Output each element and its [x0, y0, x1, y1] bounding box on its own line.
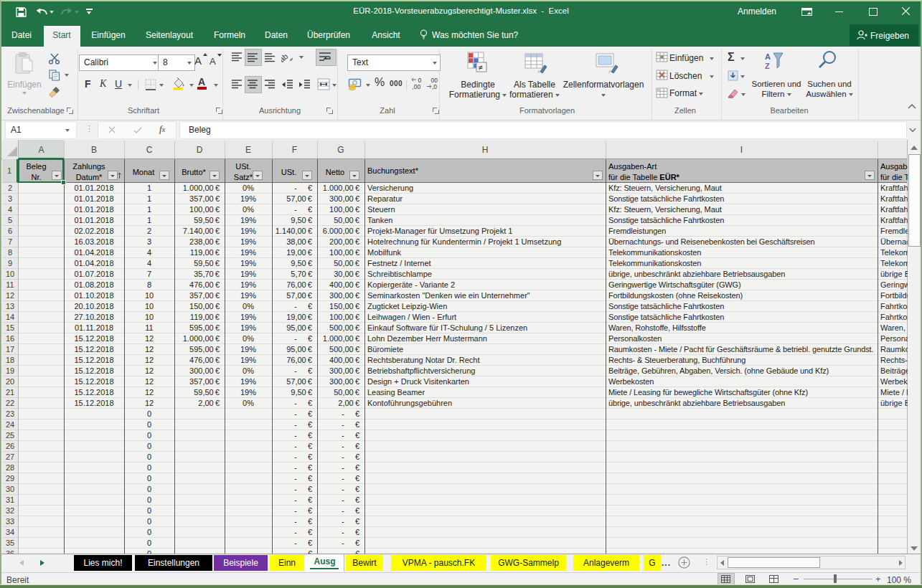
svg-text:A: A [765, 52, 771, 61]
svg-text:,00: ,00 [413, 83, 421, 90]
svg-text:,0: ,0 [432, 83, 437, 90]
svg-text:ab: ab [281, 52, 290, 63]
svg-text:Z: Z [765, 62, 770, 70]
svg-text:≠: ≠ [479, 63, 483, 72]
